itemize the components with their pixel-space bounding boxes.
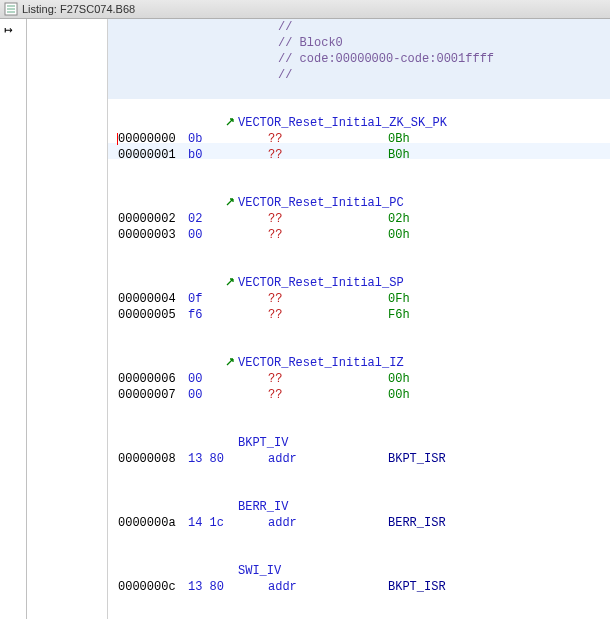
blank-line xyxy=(108,595,610,611)
bytes: 00 xyxy=(188,372,238,386)
mnemonic: ?? xyxy=(238,212,378,226)
code-line[interactable]: 0000000202??02h xyxy=(108,211,610,227)
listing-area[interactable]: //// Block0// code:00000000-code:0001fff… xyxy=(108,19,610,619)
label-text: SWI_IV xyxy=(238,564,281,578)
operand[interactable]: BKPT_ISR xyxy=(378,452,446,466)
label-text: VECTOR_Reset_Initial_IZ xyxy=(238,356,404,370)
xref-arrow-icon xyxy=(226,356,236,366)
listing-panel: ↦ //// Block0// code:00000000-code:0001f… xyxy=(0,19,610,619)
mnemonic: ?? xyxy=(238,228,378,242)
address: 00000006 xyxy=(108,372,188,386)
operand[interactable]: 0Bh xyxy=(378,132,410,146)
code-line[interactable]: 000000040f??0Fh xyxy=(108,291,610,307)
symbol-label[interactable]: VECTOR_Reset_Initial_SP xyxy=(108,275,610,291)
code-line[interactable]: 0000000300??00h xyxy=(108,227,610,243)
operand[interactable]: BERR_ISR xyxy=(378,516,446,530)
marker-gutter[interactable]: ↦ xyxy=(0,19,27,619)
blank-line xyxy=(108,339,610,355)
operand[interactable]: 02h xyxy=(378,212,410,226)
blank-line xyxy=(108,243,610,259)
label-text: VECTOR_Reset_Initial_SP xyxy=(238,276,404,290)
blank-line xyxy=(108,99,610,115)
code-line[interactable]: 0000000813 80addrBKPT_ISR xyxy=(108,451,610,467)
operand[interactable]: BKPT_ISR xyxy=(378,580,446,594)
blank-line xyxy=(108,419,610,435)
bytes: 00 xyxy=(188,228,238,242)
mnemonic: ?? xyxy=(238,132,378,146)
code-line[interactable]: 0000000700??00h xyxy=(108,387,610,403)
address: 0000000a xyxy=(108,516,188,530)
address: 00000008 xyxy=(108,452,188,466)
symbol-label[interactable]: BKPT_IV xyxy=(108,435,610,451)
operand[interactable]: 00h xyxy=(378,372,410,386)
address: 00000005 xyxy=(108,308,188,322)
symbol-label[interactable]: VECTOR_Reset_Initial_PC xyxy=(108,195,610,211)
address: 0000000c xyxy=(108,580,188,594)
label-text: BKPT_IV xyxy=(238,436,288,450)
blank-line xyxy=(108,611,610,619)
comment-line: // code:00000000-code:0001ffff xyxy=(108,51,610,67)
bytes: 00 xyxy=(188,388,238,402)
mnemonic: ?? xyxy=(238,148,378,162)
address: 00000001 xyxy=(108,148,188,162)
mnemonic: ?? xyxy=(238,308,378,322)
blank-line xyxy=(108,179,610,195)
address: 00000002 xyxy=(108,212,188,226)
operand[interactable]: B0h xyxy=(378,148,410,162)
bytes: 02 xyxy=(188,212,238,226)
blank-line xyxy=(108,323,610,339)
mnemonic: addr xyxy=(238,452,378,466)
address: 00000003 xyxy=(108,228,188,242)
address: 00000007 xyxy=(108,388,188,402)
blank-line xyxy=(108,403,610,419)
blank-line xyxy=(108,547,610,563)
blank-line xyxy=(108,83,610,99)
blank-line xyxy=(108,259,610,275)
symbol-label[interactable]: VECTOR_Reset_Initial_IZ xyxy=(108,355,610,371)
code-line[interactable]: 0000000600??00h xyxy=(108,371,610,387)
code-line[interactable]: 0000000c13 80addrBKPT_ISR xyxy=(108,579,610,595)
symbol-label[interactable]: VECTOR_Reset_Initial_ZK_SK_PK xyxy=(108,115,610,131)
text-caret xyxy=(117,133,118,145)
operand[interactable]: 00h xyxy=(378,228,410,242)
bytes: 0b xyxy=(188,132,238,146)
bytes: 13 80 xyxy=(188,452,238,466)
operand[interactable]: 00h xyxy=(378,388,410,402)
operand[interactable]: F6h xyxy=(378,308,410,322)
bytes: 0f xyxy=(188,292,238,306)
code-line[interactable]: 000000000b??0Bh xyxy=(108,131,610,147)
mnemonic: addr xyxy=(238,580,378,594)
xref-arrow-icon xyxy=(226,196,236,206)
comment-line: // Block0 xyxy=(108,35,610,51)
left-margin[interactable] xyxy=(27,19,108,619)
xref-arrow-icon xyxy=(226,116,236,126)
mnemonic: ?? xyxy=(238,292,378,306)
window-title: Listing: F27SC074.B68 xyxy=(22,3,135,15)
mnemonic: addr xyxy=(238,516,378,530)
code-line[interactable]: 00000001b0??B0h xyxy=(108,147,610,163)
label-text: BERR_IV xyxy=(238,500,288,514)
blank-line xyxy=(108,467,610,483)
xref-arrow-icon xyxy=(226,276,236,286)
mnemonic: ?? xyxy=(238,388,378,402)
blank-line xyxy=(108,531,610,547)
blank-line xyxy=(108,483,610,499)
code-line[interactable]: 00000005f6??F6h xyxy=(108,307,610,323)
code-line[interactable]: 0000000a14 1caddrBERR_ISR xyxy=(108,515,610,531)
address: 00000000 xyxy=(108,132,188,146)
bytes: b0 xyxy=(188,148,238,162)
symbol-label[interactable]: SWI_IV xyxy=(108,563,610,579)
label-text: VECTOR_Reset_Initial_PC xyxy=(238,196,404,210)
comment-line: // xyxy=(108,19,610,35)
current-location-arrow-icon: ↦ xyxy=(4,21,12,38)
symbol-label[interactable]: BERR_IV xyxy=(108,499,610,515)
label-text: VECTOR_Reset_Initial_ZK_SK_PK xyxy=(238,116,447,130)
bytes: 14 1c xyxy=(188,516,238,530)
listing-icon xyxy=(4,2,18,16)
mnemonic: ?? xyxy=(238,372,378,386)
window-titlebar[interactable]: Listing: F27SC074.B68 xyxy=(0,0,610,19)
bytes: 13 80 xyxy=(188,580,238,594)
bytes: f6 xyxy=(188,308,238,322)
address: 00000004 xyxy=(108,292,188,306)
operand[interactable]: 0Fh xyxy=(378,292,410,306)
